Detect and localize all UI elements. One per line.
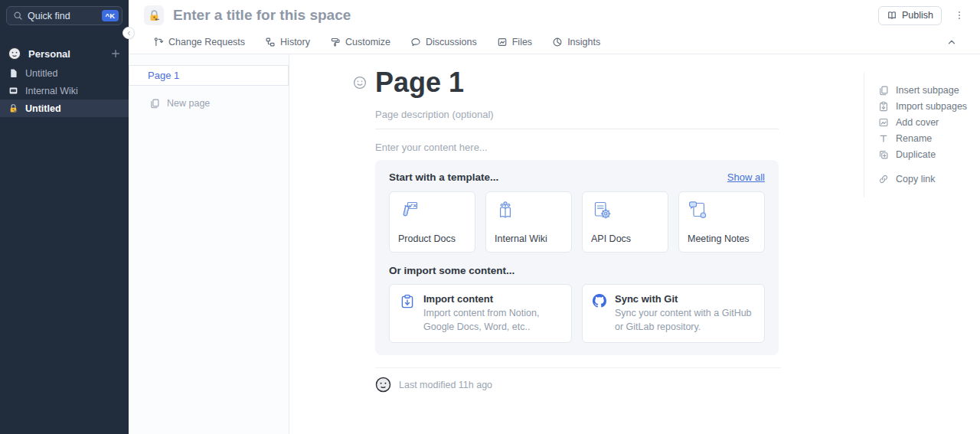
duplicate-icon xyxy=(878,149,889,160)
image-frame-icon xyxy=(497,37,508,47)
copy-link-button[interactable]: Copy link xyxy=(878,171,978,187)
space-emoji-button[interactable] xyxy=(144,5,164,25)
action-label: Rename xyxy=(896,133,932,144)
meeting-notes-icon xyxy=(688,200,709,221)
import-card-description: Sync your content with a GitHub or GitLa… xyxy=(615,307,754,334)
link-icon xyxy=(878,174,889,184)
page-title[interactable]: Page 1 xyxy=(375,67,779,98)
action-label: Duplicate xyxy=(896,149,936,160)
import-grid: Import content Import content from Notio… xyxy=(389,284,765,343)
template-card-label: API Docs xyxy=(591,233,659,244)
import-heading: Or import some content... xyxy=(389,265,765,276)
import-card-description: Import content from Notion, Google Docs,… xyxy=(423,307,561,334)
insert-subpage-button[interactable]: Insert subpage xyxy=(878,82,978,98)
tab-bar: Change Requests History Customize Discus… xyxy=(129,31,980,54)
tab-change-requests[interactable]: Change Requests xyxy=(153,37,245,47)
page-actions-panel: Insert subpage Import subpages Add cover… xyxy=(864,73,978,197)
template-card-product-docs[interactable]: Product Docs xyxy=(389,191,475,253)
chevron-up-icon xyxy=(946,37,957,47)
rename-button[interactable]: Rename xyxy=(878,130,978,146)
pages-panel: Page 1 New page xyxy=(129,54,289,434)
lock-icon xyxy=(8,103,18,113)
tab-history[interactable]: History xyxy=(265,37,310,47)
github-icon xyxy=(593,294,606,308)
add-space-button[interactable] xyxy=(110,48,121,59)
main-region: Enter a title for this space Publish Cha… xyxy=(129,0,980,434)
tab-discussions[interactable]: Discussions xyxy=(410,37,477,47)
editor-content: Page 1 Page description (optional) Enter… xyxy=(289,54,980,434)
page-item-label: Page 1 xyxy=(148,70,179,81)
template-card-meeting-notes[interactable]: Meeting Notes xyxy=(678,191,765,253)
last-modified-row: Last modified 11h ago xyxy=(375,377,779,393)
template-card-api-docs[interactable]: API Docs xyxy=(582,191,668,253)
last-modified-text: Last modified 11h ago xyxy=(399,380,492,390)
add-cover-button[interactable]: Add cover xyxy=(878,114,978,130)
chevron-left-icon xyxy=(126,30,132,37)
workspace-switcher[interactable]: Personal xyxy=(0,43,129,64)
import-content-card[interactable]: Import content Import content from Notio… xyxy=(389,284,572,343)
avatar xyxy=(8,47,21,60)
document-icon xyxy=(8,68,18,78)
divider xyxy=(375,129,779,129)
page-list-item-page-1[interactable]: Page 1 xyxy=(129,65,289,86)
tab-label: Insights xyxy=(567,37,600,47)
shortcut-badge: ^K xyxy=(102,10,119,22)
template-card-label: Internal Wiki xyxy=(495,233,563,244)
sidebar-collapse-button[interactable] xyxy=(122,27,135,39)
tab-files[interactable]: Files xyxy=(497,37,532,47)
duplicate-button[interactable]: Duplicate xyxy=(878,146,978,162)
template-grid: Product Docs Internal Wiki API Docs xyxy=(389,191,765,253)
action-label: Import subpages xyxy=(896,101,967,112)
content-editor-input[interactable]: Enter your content here... xyxy=(375,142,779,153)
page-description-input[interactable]: Page description (optional) xyxy=(375,109,779,120)
avatar xyxy=(375,377,391,393)
workspace-sidebar: Quick find ^K Personal Untitled Internal… xyxy=(0,0,129,434)
text-icon xyxy=(878,133,889,144)
more-options-button[interactable] xyxy=(951,7,968,24)
search-icon xyxy=(13,11,23,21)
import-subpages-button[interactable]: Import subpages xyxy=(878,98,978,114)
lock-with-key-icon xyxy=(148,9,161,22)
template-heading: Start with a template... xyxy=(389,171,498,183)
template-panel: Start with a template... Show all Produc… xyxy=(375,160,779,355)
publish-button[interactable]: Publish xyxy=(878,6,942,25)
template-card-internal-wiki[interactable]: Internal Wiki xyxy=(485,191,572,253)
sidebar-item-label: Internal Wiki xyxy=(25,86,78,96)
collapse-header-button[interactable] xyxy=(946,37,957,47)
space-header: Enter a title for this space Publish xyxy=(129,0,980,31)
tab-insights[interactable]: Insights xyxy=(552,37,600,47)
publish-label: Publish xyxy=(902,10,933,21)
sync-with-git-card[interactable]: Sync with Git Sync your content with a G… xyxy=(582,284,765,343)
pages-icon xyxy=(878,85,889,96)
kebab-icon xyxy=(954,10,965,21)
action-label: Insert subpage xyxy=(896,85,959,96)
wiki-icon xyxy=(8,86,18,96)
import-card-title: Import content xyxy=(423,293,561,305)
tab-customize[interactable]: Customize xyxy=(330,37,390,47)
workspace-name: Personal xyxy=(28,48,70,60)
action-label: Add cover xyxy=(896,117,939,128)
tab-label: Change Requests xyxy=(168,37,245,47)
actions-gap xyxy=(878,162,978,171)
tab-label: History xyxy=(280,37,310,47)
tab-label: Files xyxy=(512,37,532,47)
tab-label: Discussions xyxy=(426,37,477,47)
template-card-label: Product Docs xyxy=(398,233,466,244)
new-page-button[interactable]: New page xyxy=(149,98,210,109)
sidebar-item-label: Untitled xyxy=(25,68,57,79)
sidebar-item-untitled-1[interactable]: Untitled xyxy=(0,64,129,82)
show-all-link[interactable]: Show all xyxy=(727,171,765,183)
image-icon xyxy=(878,117,889,128)
divider xyxy=(375,367,781,368)
sidebar-item-untitled-2-selected[interactable]: Untitled xyxy=(0,100,129,117)
insights-icon xyxy=(552,37,563,47)
clipboard-import-icon xyxy=(878,101,889,112)
sidebar-item-internal-wiki[interactable]: Internal Wiki xyxy=(0,82,129,100)
space-title-input[interactable]: Enter a title for this space xyxy=(173,7,869,24)
paint-roller-icon xyxy=(330,37,341,47)
page-emoji-button[interactable] xyxy=(353,76,367,90)
document-column: Page 1 Page description (optional) Enter… xyxy=(375,54,779,393)
action-label: Copy link xyxy=(896,174,935,184)
api-docs-icon xyxy=(591,200,612,221)
quick-find-search[interactable]: Quick find ^K xyxy=(6,6,122,25)
